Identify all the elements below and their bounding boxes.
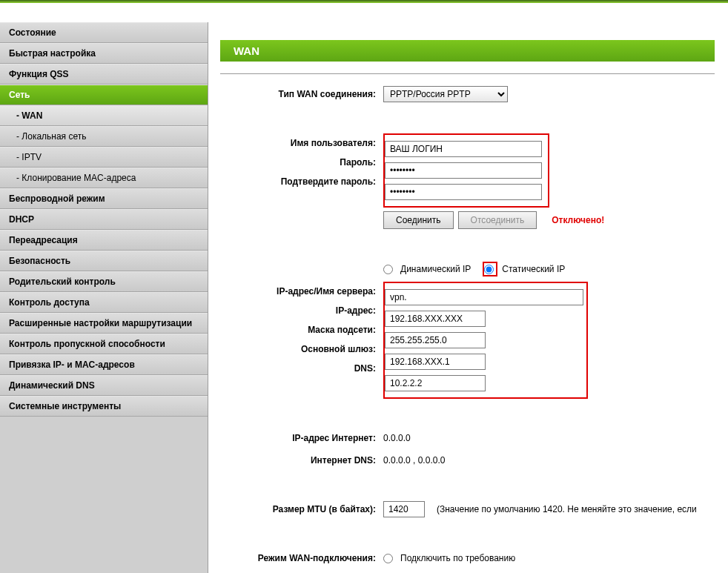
gateway-input[interactable] [385,354,486,370]
radio-static-ip-label: Статический IP [502,264,565,274]
server-input[interactable] [385,289,583,305]
sidebar-item-lan[interactable]: - Локальная сеть [0,126,208,147]
divider [220,73,715,74]
username-input[interactable] [385,141,542,157]
header-gap [0,3,728,22]
label-mask: Маска подсети: [220,325,383,335]
sidebar-item-systools[interactable]: Системные инструменты [0,396,208,417]
sidebar-item-parental[interactable]: Родительский контроль [0,271,208,292]
sidebar-item-quicksetup[interactable]: Быстрая настройка [0,43,208,64]
sidebar-item-dhcp[interactable]: DHCP [0,209,208,230]
radio-static-ip[interactable] [484,265,494,274]
radio-static-highlight [483,262,497,276]
password-input[interactable] [385,162,542,179]
value-inet-dns: 0.0.0.0 , 0.0.0.0 [383,455,445,466]
sidebar-item-security[interactable]: Безопасность [0,251,208,271]
sidebar-item-qss[interactable]: Функция QSS [0,64,208,85]
radio-on-demand[interactable] [383,554,393,563]
radio-on-demand-label: Подключить по требованию [400,553,515,563]
label-server: IP-адрес/Имя сервера: [220,286,383,297]
sidebar-item-status[interactable]: Состояние [0,22,208,43]
label-inet-dns: Интернет DNS: [220,455,383,466]
sidebar-item-routing[interactable]: Расширенные настройки маршрутизации [0,313,208,334]
sidebar-item-bandwidth[interactable]: Контроль пропускной способности [0,334,208,354]
sidebar-item-access[interactable]: Контроль доступа [0,292,208,313]
dns-input[interactable] [385,375,486,391]
credentials-highlight-box [383,133,549,208]
label-gateway: Основной шлюз: [220,344,383,354]
label-wan-type: Тип WAN соединения: [220,89,383,99]
connection-status: Отключено! [552,215,604,225]
label-ip: IP-адрес: [220,305,383,316]
sidebar-item-ddns[interactable]: Динамический DNS [0,375,208,396]
static-ip-highlight-box [383,282,588,399]
label-inet-ip: IP-адрес Интернет: [220,433,383,443]
label-wan-mode: Режим WAN-подключения: [220,553,383,563]
sidebar-item-wan[interactable]: - WAN [0,105,208,126]
sidebar-item-iptv[interactable]: - IPTV [0,147,208,168]
confirm-password-input[interactable] [385,184,542,200]
mtu-hint: (Значение по умолчанию 1420. Не меняйте … [437,504,697,514]
connect-button[interactable]: Соединить [383,211,454,229]
sidebar-item-ipmac[interactable]: Привязка IP- и MAC-адресов [0,354,208,375]
mtu-input[interactable] [383,501,425,517]
value-inet-ip: 0.0.0.0 [383,433,411,443]
label-mtu: Размер MTU (в байтах): [220,504,383,514]
page-title: WAN [220,40,715,62]
mask-input[interactable] [385,332,486,348]
label-username: Имя пользователя: [220,138,383,148]
label-confirm-pw: Подтвердите пароль: [220,176,383,187]
sidebar-item-forwarding[interactable]: Переадресация [0,230,208,251]
radio-dynamic-ip-label: Динамический IP [400,264,471,274]
disconnect-button[interactable]: Отсоединить [458,211,537,229]
sidebar-item-mac-clone[interactable]: - Клонирование MAC-адреса [0,168,208,188]
main-content: WAN Тип WAN соединения: PPTP/Россия PPTP… [208,22,728,573]
ip-input[interactable] [385,311,486,327]
wan-type-select[interactable]: PPTP/Россия PPTP [383,86,508,102]
sidebar: Состояние Быстрая настройка Функция QSS … [0,22,208,573]
label-password: Пароль: [220,157,383,168]
sidebar-item-network[interactable]: Сеть [0,85,208,105]
sidebar-item-wireless[interactable]: Беспроводной режим [0,188,208,209]
label-dns: DNS: [220,363,383,374]
radio-dynamic-ip[interactable] [383,265,393,274]
